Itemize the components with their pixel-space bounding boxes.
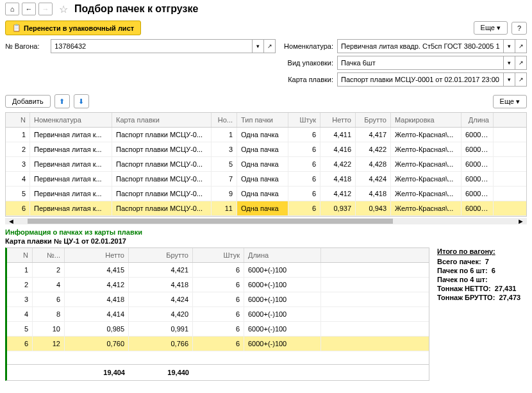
nomen-label: Номенклатура: bbox=[279, 42, 333, 50]
bottom-grid[interactable]: N №... Нетто Брутто Штук Длина 124,4154,… bbox=[5, 247, 429, 381]
pack-open[interactable]: ↗ bbox=[515, 56, 527, 70]
summary-title: Итого по вагону: bbox=[437, 247, 527, 255]
col-nomen[interactable]: Номенклатура bbox=[30, 113, 112, 127]
table-row[interactable]: 124,4154,42166000+(-)100 bbox=[7, 263, 429, 278]
bcol-sht[interactable]: Штук bbox=[193, 248, 244, 262]
wagon-open[interactable]: ↗ bbox=[264, 39, 276, 53]
table-row[interactable]: 6Первичная литая к...Паспорт плавки МСЦУ… bbox=[6, 201, 526, 216]
move-down-button[interactable]: ⬇ bbox=[74, 94, 89, 108]
karta-label: Карта плавки: bbox=[278, 76, 333, 83]
table-row[interactable]: 5100,9850,99166000+(-)100 bbox=[7, 322, 429, 337]
karta-dropdown[interactable]: ▾ bbox=[504, 72, 515, 87]
bcol-net[interactable]: Нетто bbox=[65, 248, 129, 262]
bcol-no[interactable]: №... bbox=[33, 248, 65, 262]
transfer-icon: 📋 bbox=[12, 24, 21, 32]
table-row[interactable]: 2Первичная литая к...Паспорт плавки МСЦУ… bbox=[6, 142, 526, 157]
h-scrollbar[interactable]: ◄► bbox=[5, 218, 527, 224]
bcol-n[interactable]: N bbox=[7, 248, 33, 262]
add-button[interactable]: Добавить bbox=[5, 95, 51, 108]
col-net[interactable]: Нетто bbox=[320, 113, 356, 127]
back-button[interactable]: ← bbox=[22, 3, 36, 15]
wagon-dropdown[interactable]: ▾ bbox=[253, 39, 264, 53]
pack-dropdown[interactable]: ▾ bbox=[504, 56, 515, 70]
sub-title: Карта плавки № ЦУ-1 от 02.01.2017 bbox=[0, 237, 532, 247]
transfer-button[interactable]: 📋 Перенести в упаковочный лист bbox=[5, 21, 141, 35]
table-row[interactable]: 4Первичная литая к...Паспорт плавки МСЦУ… bbox=[6, 172, 526, 187]
move-up-button[interactable]: ⬆ bbox=[54, 94, 70, 108]
info-title: Информация о пачках из карты плавки bbox=[0, 224, 532, 237]
table-row[interactable]: 364,4184,42466000+(-)100 bbox=[7, 292, 429, 307]
forward-button[interactable]: → bbox=[38, 3, 53, 15]
bcol-dl[interactable]: Длина bbox=[244, 248, 321, 262]
bcol-bru[interactable]: Брутто bbox=[129, 248, 193, 262]
table-row[interactable]: 244,4124,41866000+(-)100 bbox=[7, 278, 429, 292]
table-row[interactable]: 484,4144,42066000+(-)100 bbox=[7, 307, 429, 322]
wagon-input[interactable] bbox=[51, 39, 253, 53]
col-n[interactable]: N bbox=[6, 113, 30, 127]
col-sht[interactable]: Штук bbox=[288, 113, 320, 127]
col-karta[interactable]: Карта плавки bbox=[112, 113, 212, 127]
page-title: Подбор пачек к отгрузке bbox=[74, 3, 198, 15]
totals-row: 19,404 19,440 bbox=[7, 364, 429, 380]
more-button[interactable]: Еще ▾ bbox=[474, 21, 508, 35]
favorite-icon[interactable]: ☆ bbox=[59, 3, 68, 15]
nomen-open[interactable]: ↗ bbox=[515, 39, 527, 53]
pack-input[interactable] bbox=[337, 56, 504, 70]
table-row[interactable]: 6120,7600,76666000+(-)100 bbox=[7, 337, 429, 351]
nomen-dropdown[interactable]: ▾ bbox=[504, 39, 515, 53]
more-button-2[interactable]: Еще ▾ bbox=[493, 95, 527, 108]
col-dl[interactable]: Длина bbox=[461, 113, 494, 127]
home-button[interactable]: ⌂ bbox=[5, 3, 19, 15]
wagon-label: № Вагона: bbox=[5, 42, 47, 50]
help-button[interactable]: ? bbox=[511, 22, 527, 35]
karta-input[interactable] bbox=[337, 72, 504, 87]
table-row[interactable]: 3Первичная литая к...Паспорт плавки МСЦУ… bbox=[6, 157, 526, 172]
table-row[interactable]: 1Первичная литая к...Паспорт плавки МСЦУ… bbox=[6, 128, 526, 142]
pack-label: Вид упаковки: bbox=[278, 59, 333, 67]
col-no[interactable]: Но... bbox=[212, 113, 237, 127]
col-tip[interactable]: Тип пачки bbox=[237, 113, 288, 127]
karta-open[interactable]: ↗ bbox=[515, 72, 527, 87]
nomen-input[interactable] bbox=[337, 39, 504, 53]
main-grid[interactable]: N Номенклатура Карта плавки Но... Тип па… bbox=[5, 112, 527, 217]
table-row[interactable]: 5Первичная литая к...Паспорт плавки МСЦУ… bbox=[6, 187, 526, 201]
summary-panel: Итого по вагону: Всего пачек: 7 Пачек по… bbox=[437, 247, 527, 381]
col-mark[interactable]: Маркировка bbox=[391, 113, 461, 127]
col-bru[interactable]: Брутто bbox=[356, 113, 391, 127]
